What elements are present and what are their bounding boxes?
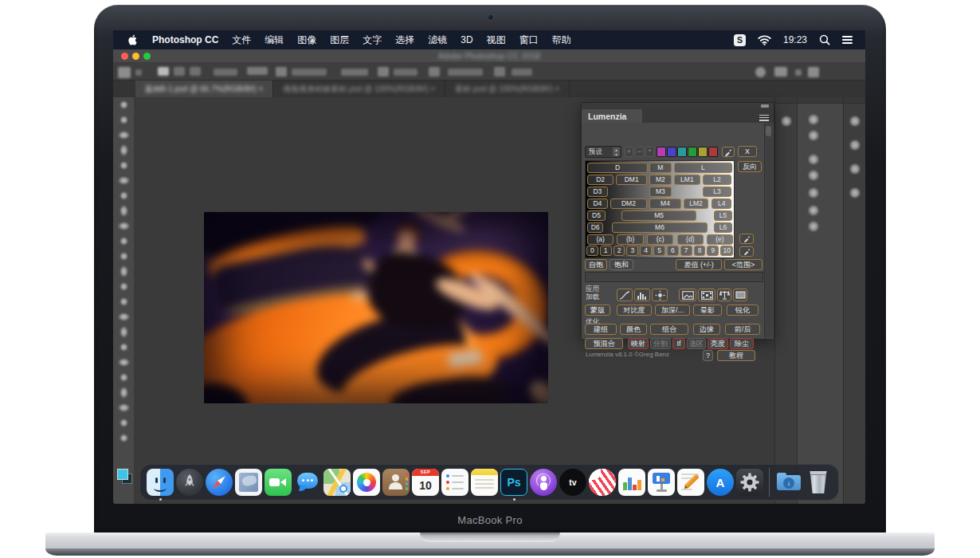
workspace-switcher-icon[interactable] xyxy=(774,67,787,77)
lumenzia-tab[interactable]: Lumenzia xyxy=(582,109,642,123)
panel-scrollbar[interactable] xyxy=(764,123,773,338)
dock-item-trash[interactable] xyxy=(805,469,832,496)
blurred-option-control[interactable] xyxy=(448,69,483,76)
mask-M2[interactable]: M2 xyxy=(649,175,672,185)
zone-8[interactable]: 8 xyxy=(694,246,706,256)
menu-3d[interactable]: 3D xyxy=(461,34,472,45)
menu-select[interactable]: 选择 xyxy=(395,33,414,47)
mask-L4[interactable]: L4 xyxy=(711,198,731,209)
dock-item-apple-tv[interactable]: tv xyxy=(559,469,586,496)
invert-button[interactable]: 反向 xyxy=(738,161,762,172)
zone-a[interactable]: (a) xyxy=(587,234,613,245)
sharpen-button[interactable]: 锐化 xyxy=(727,305,759,316)
edge-button[interactable]: 边缘 xyxy=(693,324,720,335)
tool-icon[interactable] xyxy=(113,324,134,340)
blurred-option-control[interactable] xyxy=(292,69,327,76)
organizer-icon[interactable] xyxy=(808,67,819,77)
panel-icon[interactable] xyxy=(809,188,818,198)
zone-4[interactable]: 4 xyxy=(640,246,652,256)
tool-icon[interactable] xyxy=(113,279,134,294)
clear-mask-button[interactable]: X xyxy=(738,146,757,157)
zone-2[interactable]: 2 xyxy=(613,246,625,256)
mask-L[interactable]: L xyxy=(674,163,732,173)
zone-picker-eyedropper[interactable] xyxy=(739,234,754,244)
list-icon[interactable] xyxy=(842,34,853,45)
search-icon[interactable] xyxy=(755,67,766,77)
mask-M6[interactable]: M6 xyxy=(612,222,707,233)
if-button[interactable]: If xyxy=(672,338,685,349)
mask-L6[interactable]: L6 xyxy=(714,222,732,233)
combine-button[interactable]: 组合 xyxy=(650,324,688,335)
panel-icon[interactable] xyxy=(809,222,818,231)
dock-item-notes[interactable] xyxy=(471,469,498,496)
eyedropper-button[interactable] xyxy=(722,147,735,157)
tool-icon[interactable] xyxy=(113,340,134,355)
menu-app-name[interactable]: Photoshop CC xyxy=(152,34,218,45)
dock-item-messages[interactable] xyxy=(294,469,321,496)
zone-b[interactable]: (b) xyxy=(617,234,643,245)
color-swatch-yellow[interactable] xyxy=(698,147,708,157)
mask-D2[interactable]: D2 xyxy=(587,175,613,185)
menu-file[interactable]: 文件 xyxy=(232,33,251,47)
dock-item-news[interactable] xyxy=(589,469,616,496)
menu-layer[interactable]: 图层 xyxy=(330,33,349,47)
tool-icon[interactable] xyxy=(113,234,134,249)
remove-preset-button[interactable]: − xyxy=(635,147,644,157)
tool-icon[interactable] xyxy=(113,309,134,324)
dock-item-numbers[interactable] xyxy=(618,469,645,496)
mask-D5[interactable]: D5 xyxy=(587,210,606,221)
tool-icon[interactable] xyxy=(113,355,134,370)
zone-6[interactable]: 6 xyxy=(667,246,679,256)
tool-icon[interactable] xyxy=(113,385,134,400)
preset-dropdown[interactable]: 预设 ▲▼ xyxy=(585,146,621,158)
zone-c[interactable]: (c) xyxy=(647,234,673,245)
mask-button[interactable]: 蒙版 xyxy=(585,305,610,316)
dock-item-mail[interactable] xyxy=(235,469,262,496)
rectangle-icon-button[interactable] xyxy=(733,289,747,301)
tool-icon[interactable] xyxy=(113,112,134,128)
dock-item-pages[interactable] xyxy=(677,469,704,496)
mask-D[interactable]: D xyxy=(587,163,648,173)
dock-item-app-store[interactable]: A xyxy=(707,469,734,496)
blurred-option-control[interactable] xyxy=(190,67,201,76)
blurred-option-control[interactable] xyxy=(512,69,532,76)
zone-5[interactable]: 5 xyxy=(653,246,665,256)
selection-button[interactable]: 选区 xyxy=(687,338,706,349)
menu-window[interactable]: 窗口 xyxy=(519,33,539,47)
mask-LM2[interactable]: LM2 xyxy=(684,198,709,209)
dust-button[interactable]: 除尘 xyxy=(730,338,754,349)
film-icon-button[interactable] xyxy=(698,289,715,301)
blurred-option-control[interactable] xyxy=(118,67,131,78)
panel-icon[interactable] xyxy=(809,131,818,140)
menu-filter[interactable]: 滤镜 xyxy=(428,33,447,47)
mask-M5[interactable]: M5 xyxy=(621,210,697,221)
zone-10[interactable]: 10 xyxy=(720,246,733,256)
blurred-option-control[interactable] xyxy=(158,67,169,76)
range-button[interactable]: <范围> xyxy=(724,259,762,270)
split-button[interactable]: 分割 xyxy=(650,338,671,349)
mask-DM1[interactable]: DM1 xyxy=(616,175,647,185)
tutorial-button[interactable]: 教程 xyxy=(717,350,755,361)
zone-1[interactable]: 1 xyxy=(600,246,612,256)
menu-clock[interactable]: 19:23 xyxy=(783,34,807,45)
tool-icon[interactable] xyxy=(113,158,134,173)
tool-icon[interactable] xyxy=(113,128,134,143)
wifi-icon[interactable] xyxy=(758,35,771,45)
zone-d[interactable]: (d) xyxy=(677,234,704,245)
preblend-button[interactable]: 预混合 xyxy=(585,338,623,349)
tool-icon[interactable] xyxy=(113,188,134,203)
map-button[interactable]: 映射 xyxy=(628,338,649,349)
panel-icon[interactable] xyxy=(809,155,818,164)
difference-button[interactable]: 差值 (+/-) xyxy=(676,259,722,270)
panel-icon[interactable] xyxy=(850,188,860,198)
zone-e[interactable]: (e) xyxy=(707,234,733,245)
blurred-option-control[interactable] xyxy=(276,67,287,77)
blurred-option-control[interactable] xyxy=(341,69,368,76)
mask-M3[interactable]: M3 xyxy=(649,187,672,197)
share-icon[interactable] xyxy=(795,69,802,76)
vibrance-button[interactable]: 自饱 xyxy=(585,259,607,270)
tool-icon[interactable] xyxy=(113,203,134,218)
panel-icon[interactable] xyxy=(809,171,818,180)
levels-icon-button[interactable] xyxy=(634,289,650,301)
level-picker-eyedropper[interactable] xyxy=(739,246,754,257)
